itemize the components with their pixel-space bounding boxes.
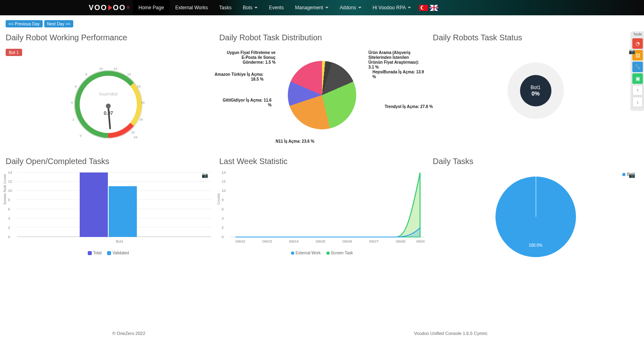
donut-label: Bot1 — [530, 85, 541, 90]
nav-tasks[interactable]: Tasks — [214, 0, 237, 15]
next-day-button[interactable]: Next Day >> — [44, 20, 73, 27]
svg-text:0608: 0608 — [396, 239, 406, 243]
svg-text:0602: 0602 — [235, 239, 246, 243]
nav-home[interactable]: Home Page — [133, 0, 169, 15]
flag-tr-icon[interactable] — [419, 5, 428, 11]
panel-title: Daily Robot Working Performance — [6, 33, 211, 42]
nav-items: Home Page External Works Tasks Bots Even… — [133, 0, 438, 15]
gauge-value: 0.07 — [70, 110, 147, 116]
bar-validated — [109, 186, 137, 237]
pie-label: Uygun Fiyat Filtreleme ve E-Posta ile So… — [223, 50, 276, 65]
svg-text:0607: 0607 — [369, 239, 379, 243]
svg-text:0606: 0606 — [342, 239, 352, 243]
prev-day-button[interactable]: << Previous Day — [6, 20, 43, 27]
bot-badge[interactable]: Bot 1 — [6, 49, 22, 56]
chevron-down-icon — [254, 7, 258, 8]
pie-label: Amazon Türkiye İş Açma: 18.5 % — [211, 72, 264, 82]
bigpie-value: 100.0% — [495, 243, 576, 247]
bar-total — [80, 173, 108, 237]
svg-text:0605: 0605 — [316, 239, 326, 243]
panel-title: Last Week Statistic — [219, 157, 425, 166]
main-container: << Previous Day Next Day >> Daily Robot … — [0, 15, 644, 285]
gauge-label: hour/robot — [70, 92, 147, 96]
svg-text:0603: 0603 — [262, 239, 272, 243]
panel-lines: Last Week Statistic Counts 0 2 4 6 8 10 … — [219, 157, 425, 261]
pie-label: N11 İş Açma: 23.6 % — [276, 139, 314, 144]
nav-external-works[interactable]: External Works — [169, 0, 213, 15]
panel-title: Daily Robot Task Distribution — [219, 33, 425, 42]
pie-label: Ürün Arama (Alışveriş Sitelerinden İsten… — [368, 50, 421, 70]
line-chart: Counts 0 2 4 6 8 10 12 14 06020603060406… — [219, 173, 425, 249]
camera-icon[interactable]: 📷 — [629, 48, 635, 54]
bar-chart: Screen Task Count 0 2 4 6 8 10 12 14 Bot… — [6, 173, 211, 249]
bar-legend: Total Validated — [6, 251, 211, 255]
logo-play-icon — [108, 5, 112, 10]
pie-label: GittiGidiyor İş Açma: 11.6 % — [219, 98, 272, 108]
nav-events[interactable]: Events — [263, 0, 289, 15]
day-nav: << Previous Day Next Day >> — [6, 20, 638, 27]
flag-uk-icon[interactable] — [429, 5, 438, 11]
bar-ylabel: Screen Task Count — [3, 174, 7, 205]
pie-label: Trendyol İş Açma: 27.8 % — [385, 104, 433, 109]
panel-bars: Daily Open/Completed Tasks 📷 Screen Task… — [6, 157, 211, 261]
donut-chart: Bot1 0% — [508, 62, 564, 119]
bigpie-chart: 100.0% — [495, 177, 576, 257]
bar-category: Bot1 — [17, 239, 223, 243]
nav-management[interactable]: Management — [289, 0, 334, 15]
chevron-down-icon — [358, 7, 361, 8]
svg-text:0609: 0609 — [416, 239, 425, 243]
panel-donut: Daily Robots Task Status 📷 Bot1 0% — [433, 33, 638, 149]
panel-title: Daily Open/Completed Tasks — [6, 157, 211, 166]
nav-addons[interactable]: Addons — [334, 0, 367, 15]
chevron-down-icon — [325, 7, 328, 8]
panel-bigpie: Daily Tasks 📷 Bot1 100.0% — [433, 157, 638, 261]
panel-title: Daily Tasks — [433, 157, 638, 166]
panel-gauge: Daily Robot Working Performance Bot 1 ho… — [6, 33, 211, 149]
line-legend: External Work Screen Task — [219, 251, 425, 255]
logo[interactable]: VOOOO® — [0, 4, 133, 12]
donut-value: 0% — [532, 90, 540, 97]
gauge-chart: hour/robot 0.07 0 2 4 6 8 10 12 14 16 18… — [70, 66, 147, 143]
svg-text:0604: 0604 — [289, 239, 299, 243]
nav-bots[interactable]: Bots — [237, 0, 263, 15]
panel-pie: Daily Robot Task Distribution Uygun Fiya… — [219, 33, 425, 149]
navbar: VOOOO® Home Page External Works Tasks Bo… — [0, 0, 644, 15]
nav-user[interactable]: Hi Voodoo RPA — [367, 0, 417, 15]
chevron-down-icon — [408, 7, 411, 8]
panel-title: Daily Robots Task Status — [433, 33, 638, 42]
pie-chart — [288, 61, 356, 129]
pie-label: HepsiBurada İş Açma: 13.9 % — [372, 70, 425, 79]
line-ylabel: Counts — [217, 193, 221, 205]
